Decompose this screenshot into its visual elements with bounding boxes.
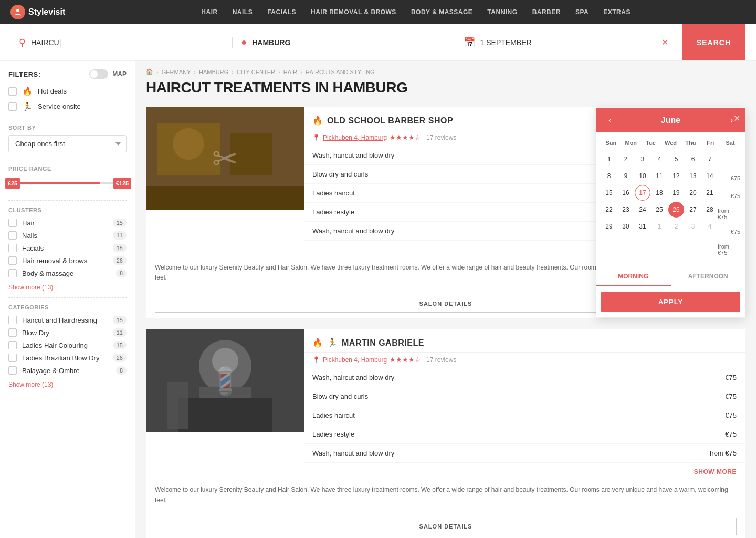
category-ladies-blowdry-checkbox[interactable] <box>8 354 17 362</box>
cal-day-3-5[interactable]: 27 <box>685 202 701 218</box>
cal-day-3-6[interactable]: 28 <box>702 202 718 218</box>
service-name-2-2: Ladies haircut <box>312 411 355 419</box>
category-balayage[interactable]: Balayage & Ombre 8 <box>8 366 127 375</box>
service-row-2-4[interactable]: Wash, haircut and blow dry from €75 <box>304 444 745 463</box>
nav-body-massage[interactable]: BODY & MASSAGE <box>411 8 472 16</box>
show-more-clusters[interactable]: Show more (13) <box>8 284 53 291</box>
cluster-hair[interactable]: Hair 15 <box>8 219 127 227</box>
cal-day-4-0[interactable]: 29 <box>601 219 617 234</box>
cluster-hair-removal-checkbox[interactable] <box>8 256 17 265</box>
show-more-2[interactable]: SHOW MORE <box>694 465 737 479</box>
breadcrumb-haircuts[interactable]: HAIRCUTS AND STYLING <box>306 69 375 75</box>
breadcrumb-hamburg[interactable]: HAMBURG <box>199 69 228 75</box>
sort-select[interactable]: Cheap ones first <box>8 135 127 152</box>
search-input[interactable] <box>31 38 224 47</box>
nav-nails[interactable]: NAILS <box>233 8 253 16</box>
cal-day-3-2[interactable]: 24 <box>635 202 650 218</box>
nav-facials[interactable]: FACIALS <box>267 8 296 16</box>
service-onsite-filter[interactable]: 🏃 Service onsite <box>8 101 127 111</box>
breadcrumb-germany[interactable]: GERMANY <box>162 69 191 75</box>
cal-day-0-3[interactable]: 4 <box>652 151 667 167</box>
map-toggle-switch[interactable] <box>89 69 108 79</box>
cluster-body-massage[interactable]: Body & massage 8 <box>8 269 127 277</box>
category-blow-dry-checkbox[interactable] <box>8 328 17 337</box>
cal-day-3-1[interactable]: 23 <box>618 202 634 218</box>
cal-day-0-2[interactable]: 3 <box>635 151 650 167</box>
cluster-body-massage-checkbox[interactable] <box>8 269 17 277</box>
cluster-facials[interactable]: Facials 15 <box>8 244 127 252</box>
home-icon[interactable]: 🏠 <box>146 68 153 75</box>
hot-deals-checkbox[interactable] <box>8 87 17 96</box>
cluster-nails-checkbox[interactable] <box>8 231 17 240</box>
nav-spa[interactable]: SPA <box>575 8 589 16</box>
nav-tanning[interactable]: TANNING <box>487 8 517 16</box>
cal-day-4-2[interactable]: 31 <box>635 219 650 234</box>
map-toggle[interactable]: MAP <box>89 69 127 79</box>
hot-deals-filter[interactable]: 🔥 Hot deals <box>8 86 127 96</box>
breadcrumb-hair[interactable]: HAIR <box>284 69 297 75</box>
cal-day-1-2[interactable]: 10 <box>635 168 650 184</box>
category-balayage-checkbox[interactable] <box>8 366 17 375</box>
clear-date-icon[interactable]: ✕ <box>662 37 668 47</box>
cal-day-2-1[interactable]: 16 <box>618 185 634 201</box>
cal-day-0-1[interactable]: 2 <box>618 151 634 167</box>
nav-extras[interactable]: EXTRAS <box>603 8 631 16</box>
cal-day-2-2[interactable]: 17 <box>635 185 650 201</box>
breadcrumb-city-center[interactable]: CITY CENTER <box>237 69 275 75</box>
cal-day-4-1[interactable]: 30 <box>618 219 634 234</box>
service-onsite-checkbox[interactable] <box>8 102 17 111</box>
site-logo[interactable]: Stylevisit <box>10 5 65 19</box>
cal-day-0-5[interactable]: 6 <box>685 151 701 167</box>
cluster-hair-checkbox[interactable] <box>8 219 17 227</box>
cluster-nails[interactable]: Nails 11 <box>8 231 127 240</box>
cal-day-3-3[interactable]: 25 <box>652 202 667 218</box>
cluster-facials-checkbox[interactable] <box>8 244 17 252</box>
cal-day-1-4[interactable]: 12 <box>668 168 684 184</box>
cal-day-1-1[interactable]: 9 <box>618 168 634 184</box>
calendar-close-icon[interactable]: ✕ <box>733 113 740 123</box>
search-button[interactable]: SEARCH <box>682 24 746 60</box>
price-max-handle[interactable]: €125 <box>113 178 131 189</box>
show-more-categories[interactable]: Show more (13) <box>8 381 53 388</box>
cal-day-2-0[interactable]: 15 <box>601 185 617 201</box>
category-ladies-colour[interactable]: Ladies Hair Colouring 15 <box>8 341 127 349</box>
cal-day-0-4[interactable]: 5 <box>668 151 684 167</box>
price-range-slider[interactable]: €25 €125 <box>13 182 122 184</box>
date-input[interactable] <box>480 38 656 47</box>
salon-details-btn-2[interactable]: SALON DETAILS <box>155 518 737 535</box>
cal-day-1-5[interactable]: 13 <box>685 168 701 184</box>
category-ladies-colour-checkbox[interactable] <box>8 341 17 349</box>
cal-day-1-6[interactable]: 14 <box>702 168 718 184</box>
calendar-prev[interactable]: ‹ <box>604 116 615 125</box>
service-row-2-2[interactable]: Ladies haircut €75 <box>304 406 745 425</box>
nav-hair-removal[interactable]: HAIR REMOVAL & BROWS <box>311 8 396 16</box>
cal-day-3-0[interactable]: 22 <box>601 202 617 218</box>
category-haircut-checkbox[interactable] <box>8 316 17 324</box>
category-blow-dry[interactable]: Blow Dry 11 <box>8 328 127 337</box>
cal-day-0-0[interactable]: 1 <box>601 151 617 167</box>
cal-tab-afternoon[interactable]: AFTERNOON <box>671 267 746 286</box>
service-row-2-0[interactable]: Wash, haircut and blow dry €75 <box>304 368 745 387</box>
cal-day-2-6[interactable]: 21 <box>702 185 718 201</box>
nav-barber[interactable]: BARBER <box>532 8 561 16</box>
service-row-2-3[interactable]: Ladies restyle €75 <box>304 425 745 444</box>
cal-day-1-3[interactable]: 11 <box>652 168 667 184</box>
salon-address-2[interactable]: Pickhuben 4, Hamburg <box>323 356 387 364</box>
calendar-apply-button[interactable]: APPLY <box>601 292 740 312</box>
service-row-2-1[interactable]: Blow dry and curls €75 <box>304 387 745 406</box>
price-min-handle[interactable]: €25 <box>5 178 20 189</box>
category-ladies-blowdry[interactable]: Ladies Brazilian Blow Dry 26 <box>8 354 127 362</box>
cal-day-2-5[interactable]: 20 <box>685 185 701 201</box>
cal-day-2-3[interactable]: 18 <box>652 185 667 201</box>
category-haircut-count: 15 <box>113 316 127 324</box>
category-haircut[interactable]: Haircut and Hairdressing 15 <box>8 316 127 324</box>
cal-day-1-0[interactable]: 8 <box>601 168 617 184</box>
nav-hair[interactable]: HAIR <box>201 8 217 16</box>
location-input[interactable] <box>252 38 446 47</box>
cal-day-2-4[interactable]: 19 <box>668 185 684 201</box>
salon-address-1[interactable]: Pickhuben 4, Hamburg <box>323 134 387 141</box>
cal-day-3-4[interactable]: 26 <box>668 202 684 218</box>
cal-day-0-6[interactable]: 7 <box>702 151 718 167</box>
cal-tab-morning[interactable]: MORNING <box>596 267 671 286</box>
cluster-hair-removal[interactable]: Hair removal & brows 26 <box>8 256 127 265</box>
